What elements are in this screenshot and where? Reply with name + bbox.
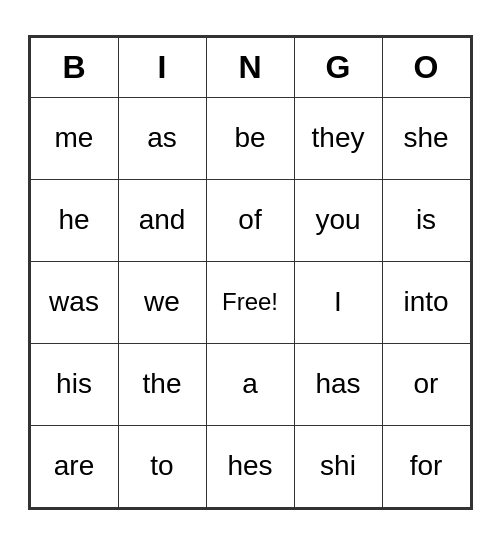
cell-0-4: she bbox=[382, 97, 470, 179]
header-i: I bbox=[118, 37, 206, 97]
cell-3-3: has bbox=[294, 343, 382, 425]
cell-0-3: they bbox=[294, 97, 382, 179]
cell-1-0: he bbox=[30, 179, 118, 261]
cell-0-1: as bbox=[118, 97, 206, 179]
table-row: he and of you is bbox=[30, 179, 470, 261]
header-row: B I N G O bbox=[30, 37, 470, 97]
cell-0-2: be bbox=[206, 97, 294, 179]
cell-3-1: the bbox=[118, 343, 206, 425]
cell-3-2: a bbox=[206, 343, 294, 425]
header-b: B bbox=[30, 37, 118, 97]
table-row: me as be they she bbox=[30, 97, 470, 179]
cell-3-4: or bbox=[382, 343, 470, 425]
header-n: N bbox=[206, 37, 294, 97]
cell-4-4: for bbox=[382, 425, 470, 507]
cell-4-2: hes bbox=[206, 425, 294, 507]
cell-1-4: is bbox=[382, 179, 470, 261]
cell-0-0: me bbox=[30, 97, 118, 179]
cell-1-3: you bbox=[294, 179, 382, 261]
cell-4-1: to bbox=[118, 425, 206, 507]
cell-1-1: and bbox=[118, 179, 206, 261]
table-row: was we Free! I into bbox=[30, 261, 470, 343]
cell-1-2: of bbox=[206, 179, 294, 261]
table-row: his the a has or bbox=[30, 343, 470, 425]
bingo-card: B I N G O me as be they she he and of yo… bbox=[28, 35, 473, 510]
cell-2-3: I bbox=[294, 261, 382, 343]
header-g: G bbox=[294, 37, 382, 97]
cell-4-0: are bbox=[30, 425, 118, 507]
bingo-table: B I N G O me as be they she he and of yo… bbox=[30, 37, 471, 508]
cell-2-1: we bbox=[118, 261, 206, 343]
cell-2-0: was bbox=[30, 261, 118, 343]
cell-4-3: shi bbox=[294, 425, 382, 507]
cell-3-0: his bbox=[30, 343, 118, 425]
cell-2-2 free-cell: Free! bbox=[206, 261, 294, 343]
table-row: are to hes shi for bbox=[30, 425, 470, 507]
header-o: O bbox=[382, 37, 470, 97]
cell-2-4: into bbox=[382, 261, 470, 343]
